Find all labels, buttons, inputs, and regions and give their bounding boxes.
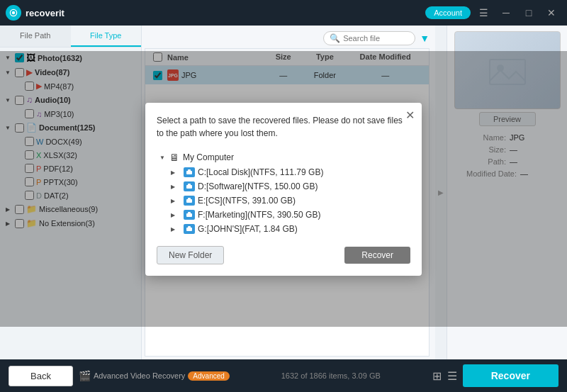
bottom-left: Back 🎬 Advanced Video Recovery Advanced <box>9 366 230 386</box>
search-input[interactable] <box>343 34 414 43</box>
advanced-badge: Advanced <box>188 371 229 381</box>
maximize-button[interactable]: □ <box>519 5 539 21</box>
dialog-drive-c[interactable]: C:[Local Disk](NTFS, 111.79 GB) <box>157 165 410 179</box>
search-icon: 🔍 <box>330 33 340 43</box>
file-toolbar: 🔍 ▼ <box>145 28 430 48</box>
title-bar: recoverit Account ☰ ─ □ ✕ <box>0 0 567 26</box>
menu-button[interactable]: ☰ <box>473 5 493 21</box>
recover-button[interactable]: Recover <box>463 364 558 387</box>
dialog-tree: 🖥 My Computer C:[Local Disk](NTFS, 111.7… <box>157 150 410 236</box>
my-computer-label: My Computer <box>183 152 234 162</box>
drive-f-label: F:[Marketing](NTFS, 390.50 GB) <box>198 210 320 220</box>
minimize-button[interactable]: ─ <box>496 5 516 21</box>
tab-file-path[interactable]: File Path <box>0 26 71 47</box>
svg-rect-5 <box>188 184 191 186</box>
my-computer-expand <box>159 154 169 161</box>
tab-bar: File Path File Type <box>0 26 141 47</box>
dialog-overlay: ✕ Select a path to save the recovered fi… <box>0 51 567 327</box>
advanced-video-recovery: 🎬 Advanced Video Recovery Advanced <box>79 370 230 381</box>
grid-view-icon[interactable]: ⊞ <box>432 369 442 383</box>
drive-g-label: G:[JOHN'S](FAT, 1.84 GB) <box>198 224 298 234</box>
main-container: File Path File Type 🖼 Photo(1632) ▶ Vide… <box>0 26 567 359</box>
bottom-right: ⊞ ☰ Recover <box>432 364 558 387</box>
dialog-drive-e[interactable]: E:[CS](NTFS, 391.00 GB) <box>157 194 410 208</box>
dialog-my-computer[interactable]: 🖥 My Computer <box>157 150 410 165</box>
dialog-close-button[interactable]: ✕ <box>405 108 415 122</box>
tab-file-type[interactable]: File Type <box>71 26 142 47</box>
app-name: recoverit <box>26 8 64 18</box>
dialog-drive-g[interactable]: G:[JOHN'S](FAT, 1.84 GB) <box>157 222 410 236</box>
search-box: 🔍 <box>323 31 415 45</box>
drive-d-label: D:[Software](NTFS, 150.00 GB) <box>198 181 318 191</box>
svg-rect-9 <box>188 212 191 214</box>
title-bar-left: recoverit <box>6 5 64 21</box>
dialog-message: Select a path to save the recovered file… <box>157 114 410 140</box>
svg-rect-7 <box>188 198 191 200</box>
adv-video-icon: 🎬 <box>79 370 91 381</box>
back-button[interactable]: Back <box>9 366 73 386</box>
title-bar-controls: Account ☰ ─ □ ✕ <box>425 5 561 21</box>
dialog-drive-f[interactable]: F:[Marketing](NTFS, 390.50 GB) <box>157 208 410 222</box>
filter-icon[interactable]: ▼ <box>420 33 430 44</box>
adv-video-text: Advanced Video Recovery <box>94 371 185 380</box>
drive-g-expand <box>171 225 181 233</box>
bottom-bar: Back 🎬 Advanced Video Recovery Advanced … <box>0 359 567 392</box>
drive-e-expand <box>171 197 181 204</box>
drive-f-expand <box>171 211 181 218</box>
dialog-drive-d[interactable]: D:[Software](NTFS, 150.00 GB) <box>157 179 410 194</box>
drive-d-expand <box>171 183 181 190</box>
account-button[interactable]: Account <box>425 6 471 19</box>
app-logo <box>6 5 21 21</box>
dialog-recover-button[interactable]: Recover <box>344 247 410 264</box>
status-text: 1632 of 1866 items, 3.09 GB <box>281 371 381 380</box>
svg-rect-11 <box>188 226 191 228</box>
drive-c-expand <box>171 169 181 176</box>
close-button[interactable]: ✕ <box>541 5 561 21</box>
save-path-dialog: ✕ Select a path to save the recovered fi… <box>145 103 422 276</box>
new-folder-button[interactable]: New Folder <box>157 246 224 264</box>
drive-e-label: E:[CS](NTFS, 391.00 GB) <box>198 196 296 206</box>
dialog-footer: New Folder Recover <box>157 246 410 264</box>
list-view-icon[interactable]: ☰ <box>447 369 457 383</box>
svg-rect-3 <box>188 169 191 172</box>
drive-c-label: C:[Local Disk](NTFS, 111.79 GB) <box>198 167 323 177</box>
